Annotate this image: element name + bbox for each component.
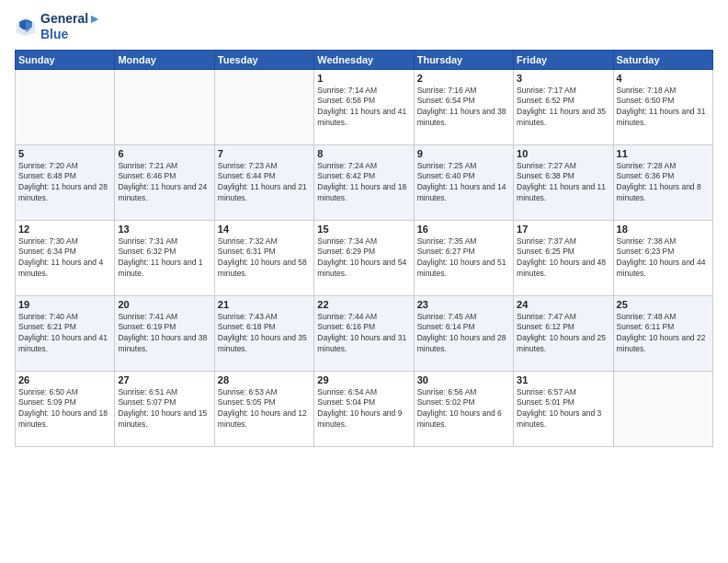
day-info: Sunrise: 7:45 AM Sunset: 6:14 PM Dayligh… — [417, 312, 510, 356]
day-info: Sunrise: 7:28 AM Sunset: 6:36 PM Dayligh… — [617, 161, 710, 205]
day-number: 30 — [417, 374, 510, 385]
day-number: 19 — [18, 299, 111, 310]
day-number: 12 — [18, 224, 111, 235]
day-cell: 7Sunrise: 7:23 AM Sunset: 6:44 PM Daylig… — [214, 144, 313, 220]
day-info: Sunrise: 7:27 AM Sunset: 6:38 PM Dayligh… — [517, 161, 609, 205]
day-info: Sunrise: 7:35 AM Sunset: 6:27 PM Dayligh… — [417, 236, 510, 281]
day-number: 23 — [417, 299, 510, 310]
day-cell: 10Sunrise: 7:27 AM Sunset: 6:38 PM Dayli… — [514, 144, 613, 220]
day-number: 17 — [517, 224, 609, 235]
week-row-4: 19Sunrise: 7:40 AM Sunset: 6:21 PM Dayli… — [16, 295, 713, 371]
day-cell: 23Sunrise: 7:45 AM Sunset: 6:14 PM Dayli… — [414, 295, 513, 371]
day-info: Sunrise: 7:17 AM Sunset: 6:52 PM Dayligh… — [517, 86, 609, 130]
day-number: 3 — [517, 73, 609, 84]
day-number: 11 — [617, 148, 710, 159]
day-number: 13 — [118, 224, 210, 235]
day-info: Sunrise: 7:20 AM Sunset: 6:48 PM Dayligh… — [18, 161, 111, 205]
day-cell: 3Sunrise: 7:17 AM Sunset: 6:52 PM Daylig… — [514, 69, 613, 144]
day-cell: 25Sunrise: 7:48 AM Sunset: 6:11 PM Dayli… — [613, 295, 712, 371]
day-cell: 31Sunrise: 6:57 AM Sunset: 5:01 PM Dayli… — [514, 371, 613, 446]
day-cell: 14Sunrise: 7:32 AM Sunset: 6:31 PM Dayli… — [214, 220, 313, 295]
day-info: Sunrise: 7:37 AM Sunset: 6:25 PM Dayligh… — [517, 236, 609, 281]
day-info: Sunrise: 6:57 AM Sunset: 5:01 PM Dayligh… — [517, 387, 609, 431]
day-number: 8 — [317, 148, 410, 159]
day-info: Sunrise: 7:41 AM Sunset: 6:19 PM Dayligh… — [118, 312, 210, 356]
day-number: 26 — [18, 374, 111, 385]
day-cell: 4Sunrise: 7:18 AM Sunset: 6:50 PM Daylig… — [613, 69, 712, 144]
day-info: Sunrise: 6:53 AM Sunset: 5:05 PM Dayligh… — [218, 387, 311, 431]
day-cell: 30Sunrise: 6:56 AM Sunset: 5:02 PM Dayli… — [414, 371, 513, 446]
day-cell: 19Sunrise: 7:40 AM Sunset: 6:21 PM Dayli… — [16, 295, 115, 371]
day-number: 29 — [317, 374, 410, 385]
day-cell: 22Sunrise: 7:44 AM Sunset: 6:16 PM Dayli… — [314, 295, 414, 371]
week-row-2: 5Sunrise: 7:20 AM Sunset: 6:48 PM Daylig… — [16, 144, 713, 220]
day-cell: 11Sunrise: 7:28 AM Sunset: 6:36 PM Dayli… — [613, 144, 712, 220]
day-number: 9 — [417, 148, 510, 159]
day-cell: 8Sunrise: 7:24 AM Sunset: 6:42 PM Daylig… — [314, 144, 414, 220]
weekday-header-saturday: Saturday — [613, 50, 712, 69]
day-cell: 16Sunrise: 7:35 AM Sunset: 6:27 PM Dayli… — [414, 220, 513, 295]
weekday-header-tuesday: Tuesday — [214, 50, 313, 69]
day-info: Sunrise: 7:32 AM Sunset: 6:31 PM Dayligh… — [218, 236, 311, 281]
day-cell: 29Sunrise: 6:54 AM Sunset: 5:04 PM Dayli… — [314, 371, 414, 446]
weekday-header-monday: Monday — [115, 50, 214, 69]
day-info: Sunrise: 7:31 AM Sunset: 6:32 PM Dayligh… — [118, 236, 210, 281]
day-cell: 20Sunrise: 7:41 AM Sunset: 6:19 PM Dayli… — [115, 295, 214, 371]
day-cell: 9Sunrise: 7:25 AM Sunset: 6:40 PM Daylig… — [414, 144, 513, 220]
day-cell — [115, 69, 214, 144]
day-cell: 15Sunrise: 7:34 AM Sunset: 6:29 PM Dayli… — [314, 220, 414, 295]
day-info: Sunrise: 7:48 AM Sunset: 6:11 PM Dayligh… — [617, 312, 710, 356]
day-info: Sunrise: 7:34 AM Sunset: 6:29 PM Dayligh… — [317, 236, 410, 281]
day-info: Sunrise: 7:21 AM Sunset: 6:46 PM Dayligh… — [118, 161, 210, 205]
day-info: Sunrise: 7:40 AM Sunset: 6:21 PM Dayligh… — [18, 312, 111, 356]
day-number: 25 — [617, 299, 710, 310]
day-number: 14 — [218, 224, 311, 235]
day-number: 6 — [118, 148, 210, 159]
day-info: Sunrise: 7:38 AM Sunset: 6:23 PM Dayligh… — [617, 236, 710, 281]
page-header: General► Blue — [15, 11, 713, 42]
week-row-5: 26Sunrise: 6:50 AM Sunset: 5:09 PM Dayli… — [16, 371, 713, 446]
day-number: 24 — [517, 299, 609, 310]
day-info: Sunrise: 7:43 AM Sunset: 6:18 PM Dayligh… — [218, 312, 311, 356]
day-info: Sunrise: 7:18 AM Sunset: 6:50 PM Dayligh… — [617, 86, 710, 130]
day-info: Sunrise: 7:23 AM Sunset: 6:44 PM Dayligh… — [218, 161, 311, 205]
day-cell — [16, 69, 115, 144]
day-cell: 27Sunrise: 6:51 AM Sunset: 5:07 PM Dayli… — [115, 371, 214, 446]
day-info: Sunrise: 6:50 AM Sunset: 5:09 PM Dayligh… — [18, 387, 111, 431]
day-number: 7 — [218, 148, 311, 159]
day-info: Sunrise: 7:47 AM Sunset: 6:12 PM Dayligh… — [517, 312, 609, 356]
day-cell: 6Sunrise: 7:21 AM Sunset: 6:46 PM Daylig… — [115, 144, 214, 220]
day-cell — [613, 371, 712, 446]
day-number: 18 — [617, 224, 710, 235]
day-info: Sunrise: 7:44 AM Sunset: 6:16 PM Dayligh… — [317, 312, 410, 356]
day-info: Sunrise: 7:30 AM Sunset: 6:34 PM Dayligh… — [18, 236, 111, 281]
day-number: 21 — [218, 299, 311, 310]
day-info: Sunrise: 7:25 AM Sunset: 6:40 PM Dayligh… — [417, 161, 510, 205]
day-info: Sunrise: 7:14 AM Sunset: 6:56 PM Dayligh… — [317, 86, 410, 130]
day-number: 4 — [617, 73, 710, 84]
weekday-header-thursday: Thursday — [414, 50, 513, 69]
day-number: 28 — [218, 374, 311, 385]
day-info: Sunrise: 7:24 AM Sunset: 6:42 PM Dayligh… — [317, 161, 410, 205]
day-info: Sunrise: 6:51 AM Sunset: 5:07 PM Dayligh… — [118, 387, 210, 431]
weekday-header-sunday: Sunday — [16, 50, 115, 69]
day-cell: 18Sunrise: 7:38 AM Sunset: 6:23 PM Dayli… — [613, 220, 712, 295]
day-number: 1 — [317, 73, 410, 84]
day-cell: 13Sunrise: 7:31 AM Sunset: 6:32 PM Dayli… — [115, 220, 214, 295]
weekday-header-friday: Friday — [514, 50, 613, 69]
day-cell: 26Sunrise: 6:50 AM Sunset: 5:09 PM Dayli… — [16, 371, 115, 446]
day-cell: 24Sunrise: 7:47 AM Sunset: 6:12 PM Dayli… — [514, 295, 613, 371]
day-cell: 1Sunrise: 7:14 AM Sunset: 6:56 PM Daylig… — [314, 69, 414, 144]
logo: General► Blue — [15, 11, 101, 42]
day-number: 31 — [517, 374, 609, 385]
logo-text: General► Blue — [40, 11, 101, 42]
day-info: Sunrise: 6:54 AM Sunset: 5:04 PM Dayligh… — [317, 387, 410, 431]
weekday-header-row: SundayMondayTuesdayWednesdayThursdayFrid… — [16, 50, 713, 69]
day-cell: 5Sunrise: 7:20 AM Sunset: 6:48 PM Daylig… — [16, 144, 115, 220]
calendar-table: SundayMondayTuesdayWednesdayThursdayFrid… — [15, 50, 713, 447]
day-number: 27 — [118, 374, 210, 385]
weekday-header-wednesday: Wednesday — [314, 50, 414, 69]
day-info: Sunrise: 7:16 AM Sunset: 6:54 PM Dayligh… — [417, 86, 510, 130]
day-number: 10 — [517, 148, 609, 159]
day-cell: 17Sunrise: 7:37 AM Sunset: 6:25 PM Dayli… — [514, 220, 613, 295]
